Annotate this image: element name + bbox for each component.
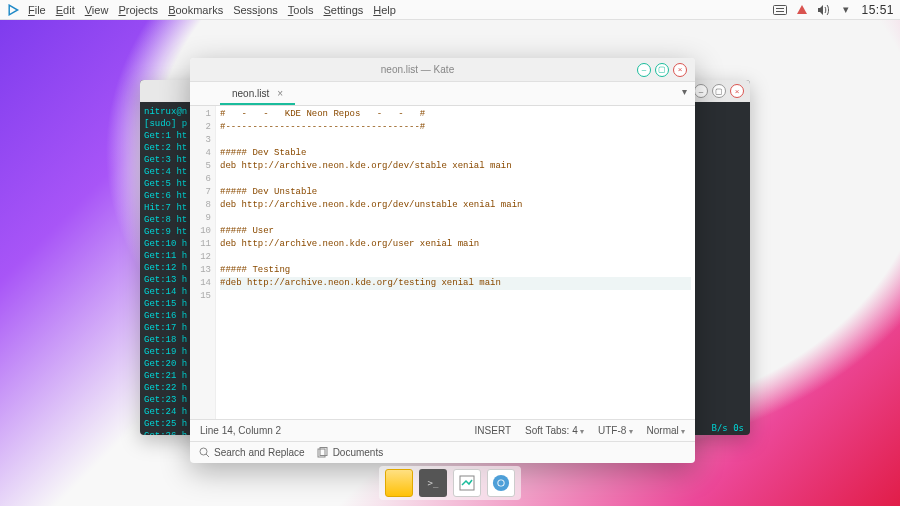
dock-chromium-icon[interactable]: [487, 469, 515, 497]
kate-code-area[interactable]: # - - KDE Neon Repos - - # #------------…: [216, 106, 695, 419]
menu-tools[interactable]: Tools: [288, 4, 314, 16]
menu-view[interactable]: View: [85, 4, 109, 16]
menu-sessions[interactable]: Sessions: [233, 4, 278, 16]
terminal-maximize-button[interactable]: ▢: [712, 84, 726, 98]
svg-rect-1: [776, 8, 784, 9]
kate-bottom-toolbar: Search and Replace Documents: [190, 441, 695, 463]
documents-icon: [317, 447, 329, 459]
kate-tabbar: neon.list × ▾: [190, 82, 695, 106]
kate-tab-close-icon[interactable]: ×: [277, 88, 283, 99]
dock-kate-icon[interactable]: [453, 469, 481, 497]
status-tabs[interactable]: Soft Tabs: 4: [525, 425, 584, 436]
kate-line-gutter: 123456789101112131415: [190, 106, 216, 419]
menu-projects[interactable]: Projects: [118, 4, 158, 16]
kate-new-document-icon[interactable]: ▾: [682, 86, 687, 97]
terminal-minimize-button[interactable]: –: [694, 84, 708, 98]
status-syntax[interactable]: Normal: [647, 425, 685, 436]
svg-rect-0: [774, 5, 787, 14]
menu-settings[interactable]: Settings: [324, 4, 364, 16]
top-panel: File Edit View Projects Bookmarks Sessio…: [0, 0, 900, 20]
kate-window-title: neon.list — Kate: [198, 64, 637, 75]
keyboard-indicator-icon[interactable]: [773, 3, 787, 17]
status-position: Line 14, Column 2: [200, 425, 281, 436]
kate-close-button[interactable]: ×: [673, 63, 687, 77]
search-icon: [198, 447, 210, 459]
documents-button[interactable]: Documents: [317, 447, 384, 459]
svg-point-10: [498, 480, 503, 485]
menu-edit[interactable]: Edit: [56, 4, 75, 16]
kate-statusbar: Line 14, Column 2 INSERT Soft Tabs: 4 UT…: [190, 419, 695, 441]
dock-terminal-icon[interactable]: >_: [419, 469, 447, 497]
panel-clock[interactable]: 15:51: [861, 3, 894, 17]
status-mode[interactable]: INSERT: [475, 425, 512, 436]
documents-label: Documents: [333, 447, 384, 458]
menu-bookmarks[interactable]: Bookmarks: [168, 4, 223, 16]
search-replace-button[interactable]: Search and Replace: [198, 447, 305, 459]
svg-rect-2: [776, 11, 784, 12]
svg-line-4: [206, 454, 209, 457]
kate-window[interactable]: neon.list — Kate – ▢ × neon.list × ▾ 123…: [190, 58, 695, 463]
dock-file-manager-icon[interactable]: [385, 469, 413, 497]
kate-tab-active[interactable]: neon.list ×: [220, 84, 295, 105]
terminal-close-button[interactable]: ×: [730, 84, 744, 98]
search-replace-label: Search and Replace: [214, 447, 305, 458]
terminal-transfer-status: B/s 0s: [711, 423, 744, 433]
status-encoding[interactable]: UTF-8: [598, 425, 633, 436]
kate-minimize-button[interactable]: –: [637, 63, 651, 77]
kate-tab-label: neon.list: [232, 88, 269, 99]
volume-icon[interactable]: [817, 3, 831, 17]
kate-editor[interactable]: 123456789101112131415 # - - KDE Neon Rep…: [190, 106, 695, 419]
notifications-icon[interactable]: [795, 3, 809, 17]
kate-maximize-button[interactable]: ▢: [655, 63, 669, 77]
global-menubar: File Edit View Projects Bookmarks Sessio…: [28, 4, 396, 16]
menu-file[interactable]: File: [28, 4, 46, 16]
menu-help[interactable]: Help: [373, 4, 396, 16]
svg-point-3: [200, 448, 207, 455]
kate-titlebar[interactable]: neon.list — Kate – ▢ ×: [190, 58, 695, 82]
app-launcher-icon[interactable]: [6, 2, 22, 18]
dock: >_: [379, 466, 521, 500]
chevron-down-icon[interactable]: ▾: [839, 3, 853, 17]
